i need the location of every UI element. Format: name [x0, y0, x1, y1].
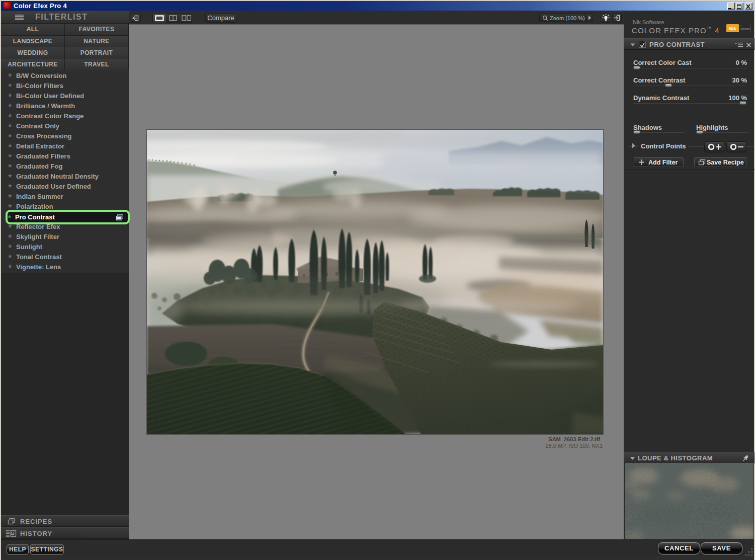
svg-text:Software: Software	[740, 27, 750, 30]
svg-text:Nik: Nik	[729, 26, 736, 31]
svg-text:®: ®	[740, 24, 741, 27]
